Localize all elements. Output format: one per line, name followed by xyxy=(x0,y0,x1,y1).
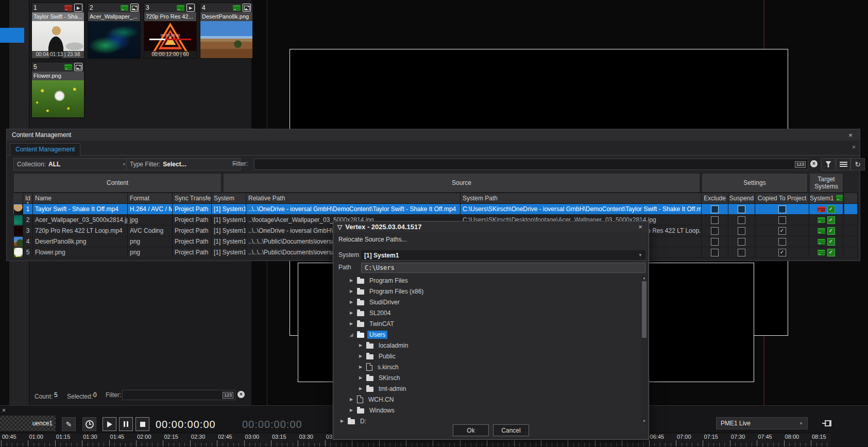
expander-expanded-icon[interactable]: ◢ xyxy=(349,332,354,337)
cell-exclude[interactable] xyxy=(702,226,728,236)
edit-sequence-button[interactable]: ✎ xyxy=(62,417,76,431)
pme-live-dropdown[interactable]: PME1 Live ▼ xyxy=(716,417,808,429)
table-row[interactable]: 1Taylor Swift - Shake It Off.mp4H.264 / … xyxy=(7,204,860,215)
numeric-filter-badge[interactable]: 123 xyxy=(795,161,806,168)
expander-collapsed-icon[interactable]: ▶ xyxy=(358,365,363,369)
cancel-button[interactable]: Cancel xyxy=(493,424,529,436)
cell-suspend[interactable] xyxy=(728,236,755,247)
media-thumbnail[interactable]: 2Acer_Wallpaper_... xyxy=(88,3,140,58)
tree-item[interactable]: ◢Users xyxy=(334,329,640,340)
column-header-id[interactable]: Id▲ xyxy=(23,193,33,204)
cm-close-icon[interactable]: × xyxy=(846,131,855,139)
advanced-filter-button[interactable] xyxy=(821,158,836,170)
cm-tabstrip-close-icon[interactable]: × xyxy=(852,144,856,151)
checkbox-copied[interactable] xyxy=(778,205,786,213)
checkbox-copied[interactable] xyxy=(778,216,786,224)
cm-filter-input[interactable]: 123 xyxy=(254,159,808,170)
expander-collapsed-icon[interactable]: ▶ xyxy=(349,278,354,283)
type-filter-dropdown[interactable]: Type Filter: Select... ▼ xyxy=(126,158,241,170)
column-header-system_path[interactable]: System Path xyxy=(461,193,702,204)
target-checked-icon[interactable]: ✓ xyxy=(827,227,835,235)
stop-button[interactable] xyxy=(135,417,149,431)
expander-collapsed-icon[interactable]: ▶ xyxy=(358,375,363,380)
column-header-extra[interactable] xyxy=(844,193,858,204)
target-checked-icon[interactable]: ✓ xyxy=(827,249,835,256)
tree-item[interactable]: ▶Windows xyxy=(334,405,640,416)
tree-item[interactable]: ▶Program Files xyxy=(334,275,640,286)
pause-button[interactable] xyxy=(119,417,133,431)
checkbox-exclude[interactable] xyxy=(711,227,719,235)
cell-copied[interactable] xyxy=(755,215,809,226)
tree-item[interactable]: ▶Program Files (x86) xyxy=(334,286,640,297)
expander-collapsed-icon[interactable]: ▶ xyxy=(339,419,345,423)
timecode-mode-button[interactable] xyxy=(82,417,96,431)
column-header-suspend[interactable]: Suspend xyxy=(728,193,755,204)
cell-suspend[interactable] xyxy=(728,204,755,215)
column-header-exclude[interactable]: Exclude xyxy=(702,193,728,204)
expander-collapsed-icon[interactable]: ▶ xyxy=(349,321,354,326)
checkbox-suspend[interactable] xyxy=(738,205,745,213)
menu-button[interactable] xyxy=(836,158,850,170)
tree-item[interactable]: ▶TwinCAT xyxy=(334,318,640,329)
target-checked-icon[interactable]: ✓ xyxy=(827,205,835,213)
expander-collapsed-icon[interactable]: ▶ xyxy=(358,343,363,348)
cm-window-titlebar[interactable]: Content Management × xyxy=(7,129,860,141)
tree-item[interactable]: ▶localadmin xyxy=(334,340,640,351)
cell-suspend[interactable] xyxy=(728,226,755,236)
cell-exclude[interactable] xyxy=(702,215,728,226)
tree-item[interactable]: ▶SL2004 xyxy=(334,307,640,318)
tree-scrollbar[interactable]: ▲ ▼ xyxy=(641,275,647,424)
checkbox-exclude[interactable] xyxy=(711,216,719,224)
dialog-titlebar[interactable]: ▽ Vertex - 2025.03.04.1517 × xyxy=(333,221,649,232)
cell-exclude[interactable] xyxy=(702,236,728,247)
expander-collapsed-icon[interactable]: ▶ xyxy=(349,289,354,294)
checkbox-suspend[interactable] xyxy=(738,227,745,235)
dialog-close-icon[interactable]: × xyxy=(636,223,644,231)
column-header-relative_path[interactable]: Relative Path xyxy=(246,193,461,204)
expander-collapsed-icon[interactable]: ▶ xyxy=(349,300,354,304)
checkbox-suspend[interactable] xyxy=(738,216,745,224)
media-thumbnail[interactable]: 5Flower.png xyxy=(32,62,84,117)
media-thumbnail[interactable]: 4DesertPano8k.png xyxy=(200,3,252,58)
clear-filter-icon[interactable]: × xyxy=(810,160,818,167)
path-input[interactable]: C:\Users xyxy=(361,263,645,273)
checkbox-copied[interactable]: ✓ xyxy=(778,249,786,256)
checkbox-suspend[interactable] xyxy=(738,249,745,256)
ok-button[interactable]: Ok xyxy=(453,424,489,436)
cell-exclude[interactable] xyxy=(702,204,728,215)
column-header-system[interactable]: System xyxy=(212,193,246,204)
sidebar-active-indicator[interactable] xyxy=(0,28,24,43)
cell-copied[interactable]: ✓ xyxy=(755,226,809,236)
column-header-copied[interactable]: Copied To Project xyxy=(755,193,809,204)
cell-copied[interactable] xyxy=(755,204,809,215)
target-checked-icon[interactable]: ✓ xyxy=(827,238,835,246)
expander-collapsed-icon[interactable]: ▶ xyxy=(349,408,354,412)
media-thumbnail[interactable]: 1▶Taylor Swift - Sha...00:04:01:13 | 23.… xyxy=(32,3,84,58)
cell-exclude[interactable] xyxy=(702,247,728,258)
scroll-up-icon[interactable]: ▲ xyxy=(641,275,647,281)
tree-item[interactable]: ▶Public xyxy=(334,351,640,362)
scrollbar-thumb[interactable] xyxy=(642,281,646,338)
expander-collapsed-icon[interactable]: ▶ xyxy=(349,311,354,315)
column-header-thumb[interactable] xyxy=(13,193,23,204)
scroll-down-icon[interactable]: ▼ xyxy=(641,418,647,424)
system-dropdown[interactable]: [1] System1 ▼ xyxy=(361,250,645,261)
tab-content-management[interactable]: Content Management xyxy=(10,143,80,156)
tree-item[interactable]: ▶SKirsch xyxy=(334,372,640,383)
column-header-sync[interactable]: Sync Transfer xyxy=(173,193,212,204)
cell-suspend[interactable] xyxy=(728,247,755,258)
column-header-format[interactable]: Format xyxy=(128,193,173,204)
tree-item[interactable]: ▶tmt-admin xyxy=(334,383,640,394)
numeric-filter-badge[interactable]: 123 xyxy=(223,392,233,399)
checkbox-copied[interactable]: ✓ xyxy=(778,227,786,235)
cell-suspend[interactable] xyxy=(728,215,755,226)
checkbox-exclude[interactable] xyxy=(711,238,719,246)
expander-collapsed-icon[interactable]: ▶ xyxy=(358,354,363,358)
expander-collapsed-icon[interactable]: ▶ xyxy=(358,386,363,391)
play-button[interactable] xyxy=(103,417,116,431)
checkbox-suspend[interactable] xyxy=(738,238,745,246)
checkbox-exclude[interactable] xyxy=(711,205,719,213)
browser-filter-input[interactable]: 123 xyxy=(122,390,235,400)
clear-filter-icon[interactable]: × xyxy=(237,391,245,398)
refresh-button[interactable]: ↻ xyxy=(850,158,865,170)
